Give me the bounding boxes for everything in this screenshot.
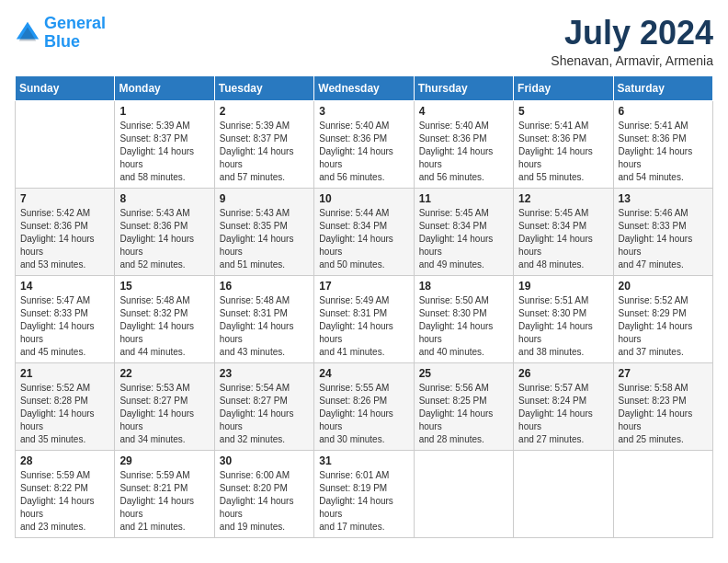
calendar-cell: 1Sunrise: 5:39 AMSunset: 8:37 PMDaylight… [115,100,214,188]
day-number: 16 [220,280,309,293]
day-number: 2 [220,105,309,118]
day-number: 14 [20,280,109,293]
calendar-cell: 3Sunrise: 5:40 AMSunset: 8:36 PMDaylight… [314,100,414,188]
day-number: 1 [119,105,209,118]
calendar-cell: 15Sunrise: 5:48 AMSunset: 8:32 PMDayligh… [115,275,214,362]
day-info: Sunrise: 5:41 AMSunset: 8:36 PMDaylight:… [619,120,708,184]
day-info: Sunrise: 5:59 AMSunset: 8:21 PMDaylight:… [119,469,209,534]
calendar-cell: 2Sunrise: 5:39 AMSunset: 8:37 PMDaylight… [214,100,313,188]
calendar-cell: 24Sunrise: 5:55 AMSunset: 8:26 PMDayligh… [314,362,414,450]
day-info: Sunrise: 5:49 AMSunset: 8:31 PMDaylight:… [319,294,408,359]
logo-text: General Blue [44,15,106,52]
calendar-table: SundayMondayTuesdayWednesdayThursdayFrid… [15,75,713,538]
calendar-cell: 8Sunrise: 5:43 AMSunset: 8:36 PMDaylight… [115,188,214,275]
calendar-cell: 23Sunrise: 5:54 AMSunset: 8:27 PMDayligh… [214,362,313,450]
day-number: 8 [119,192,209,205]
day-info: Sunrise: 5:50 AMSunset: 8:30 PMDaylight:… [419,294,508,359]
day-info: Sunrise: 5:44 AMSunset: 8:34 PMDaylight:… [319,207,408,271]
calendar-cell: 5Sunrise: 5:41 AMSunset: 8:36 PMDaylight… [514,100,613,188]
calendar-cell: 19Sunrise: 5:51 AMSunset: 8:30 PMDayligh… [514,275,613,362]
day-info: Sunrise: 5:39 AMSunset: 8:37 PMDaylight:… [119,120,209,184]
day-info: Sunrise: 5:40 AMSunset: 8:36 PMDaylight:… [319,120,408,184]
day-info: Sunrise: 5:58 AMSunset: 8:23 PMDaylight:… [619,382,708,446]
day-info: Sunrise: 5:43 AMSunset: 8:36 PMDaylight:… [119,207,209,271]
day-info: Sunrise: 5:48 AMSunset: 8:32 PMDaylight:… [119,294,209,359]
day-number: 5 [518,105,608,118]
day-number: 10 [319,192,408,205]
day-info: Sunrise: 5:56 AMSunset: 8:25 PMDaylight:… [419,382,508,446]
calendar-cell: 11Sunrise: 5:45 AMSunset: 8:34 PMDayligh… [414,188,513,275]
day-info: Sunrise: 5:52 AMSunset: 8:29 PMDaylight:… [619,294,708,359]
day-number: 15 [119,280,209,293]
day-number: 11 [419,192,508,205]
month-year-title: July 2024 [551,15,713,52]
calendar-cell: 26Sunrise: 5:57 AMSunset: 8:24 PMDayligh… [514,362,613,450]
weekday-header-monday: Monday [115,75,214,100]
day-info: Sunrise: 5:39 AMSunset: 8:37 PMDaylight:… [220,120,309,184]
day-number: 27 [619,367,708,380]
calendar-week-2: 7Sunrise: 5:42 AMSunset: 8:36 PMDaylight… [16,188,713,275]
calendar-week-5: 28Sunrise: 5:59 AMSunset: 8:22 PMDayligh… [16,450,713,537]
day-number: 12 [518,192,608,205]
calendar-cell: 31Sunrise: 6:01 AMSunset: 8:19 PMDayligh… [314,450,414,537]
day-info: Sunrise: 5:54 AMSunset: 8:27 PMDaylight:… [220,382,309,446]
day-number: 6 [619,105,708,118]
day-number: 30 [220,454,309,467]
calendar-cell: 30Sunrise: 6:00 AMSunset: 8:20 PMDayligh… [214,450,313,537]
calendar-cell: 6Sunrise: 5:41 AMSunset: 8:36 PMDaylight… [613,100,712,188]
day-number: 18 [419,280,508,293]
calendar-cell: 21Sunrise: 5:52 AMSunset: 8:28 PMDayligh… [16,362,115,450]
calendar-cell: 28Sunrise: 5:59 AMSunset: 8:22 PMDayligh… [16,450,115,537]
weekday-header-sunday: Sunday [16,75,115,100]
day-info: Sunrise: 5:55 AMSunset: 8:26 PMDaylight:… [319,382,408,446]
calendar-cell: 12Sunrise: 5:45 AMSunset: 8:34 PMDayligh… [514,188,613,275]
calendar-cell: 10Sunrise: 5:44 AMSunset: 8:34 PMDayligh… [314,188,414,275]
day-info: Sunrise: 5:42 AMSunset: 8:36 PMDaylight:… [20,207,109,271]
day-number: 25 [419,367,508,380]
day-number: 23 [220,367,309,380]
day-number: 24 [319,367,408,380]
day-info: Sunrise: 5:45 AMSunset: 8:34 PMDaylight:… [518,207,608,271]
day-info: Sunrise: 5:51 AMSunset: 8:30 PMDaylight:… [518,294,608,359]
day-number: 29 [119,454,209,467]
logo: General Blue [15,15,106,52]
weekday-header-wednesday: Wednesday [314,75,414,100]
day-number: 20 [619,280,708,293]
day-info: Sunrise: 5:59 AMSunset: 8:22 PMDaylight:… [20,469,109,534]
day-number: 4 [419,105,508,118]
calendar-cell: 14Sunrise: 5:47 AMSunset: 8:33 PMDayligh… [16,275,115,362]
day-number: 26 [518,367,608,380]
day-number: 21 [20,367,109,380]
weekday-header-tuesday: Tuesday [214,75,313,100]
day-info: Sunrise: 5:52 AMSunset: 8:28 PMDaylight:… [20,382,109,446]
calendar-cell: 20Sunrise: 5:52 AMSunset: 8:29 PMDayligh… [613,275,712,362]
page-header: General Blue July 2024 Shenavan, Armavir… [15,15,713,68]
weekday-header-friday: Friday [514,75,613,100]
calendar-cell: 27Sunrise: 5:58 AMSunset: 8:23 PMDayligh… [613,362,712,450]
weekday-header-saturday: Saturday [613,75,712,100]
day-info: Sunrise: 5:47 AMSunset: 8:33 PMDaylight:… [20,294,109,359]
calendar-cell [414,450,513,537]
calendar-week-4: 21Sunrise: 5:52 AMSunset: 8:28 PMDayligh… [16,362,713,450]
calendar-cell [16,100,115,188]
calendar-cell [613,450,712,537]
calendar-cell: 9Sunrise: 5:43 AMSunset: 8:35 PMDaylight… [214,188,313,275]
calendar-week-1: 1Sunrise: 5:39 AMSunset: 8:37 PMDaylight… [16,100,713,188]
title-block: July 2024 Shenavan, Armavir, Armenia [551,15,713,68]
day-info: Sunrise: 5:57 AMSunset: 8:24 PMDaylight:… [518,382,608,446]
calendar-cell: 16Sunrise: 5:48 AMSunset: 8:31 PMDayligh… [214,275,313,362]
day-number: 31 [319,454,408,467]
day-number: 28 [20,454,109,467]
calendar-cell: 18Sunrise: 5:50 AMSunset: 8:30 PMDayligh… [414,275,513,362]
day-number: 19 [518,280,608,293]
day-number: 17 [319,280,408,293]
calendar-cell: 13Sunrise: 5:46 AMSunset: 8:33 PMDayligh… [613,188,712,275]
day-info: Sunrise: 5:53 AMSunset: 8:27 PMDaylight:… [119,382,209,446]
day-info: Sunrise: 5:48 AMSunset: 8:31 PMDaylight:… [220,294,309,359]
calendar-cell: 17Sunrise: 5:49 AMSunset: 8:31 PMDayligh… [314,275,414,362]
calendar-cell: 7Sunrise: 5:42 AMSunset: 8:36 PMDaylight… [16,188,115,275]
day-info: Sunrise: 5:40 AMSunset: 8:36 PMDaylight:… [419,120,508,184]
calendar-week-3: 14Sunrise: 5:47 AMSunset: 8:33 PMDayligh… [16,275,713,362]
logo-icon [15,20,40,46]
day-number: 3 [319,105,408,118]
